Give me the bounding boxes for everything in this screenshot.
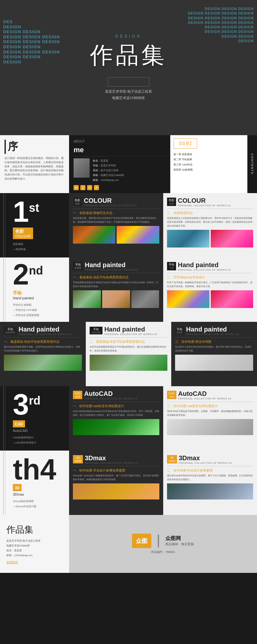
watermark-block: 众图 众图网 精品素材 · 每日更新: [132, 534, 194, 548]
s2r2-panel1: 手绘 景观效果图 Hand painted PERSONAL COLLECTIO…: [0, 322, 86, 386]
panel1-img1: [73, 226, 115, 244]
subtitle-line2: 电脑艺术设计8888班: [105, 95, 152, 101]
tag-en: 基础: [75, 202, 80, 205]
mulu-col: 【目录】 第一章 色彩基础 第二章 手绘效果 第三章 CAD作品 第四章 3D效…: [170, 135, 257, 193]
panel1-title: COLOUR: [84, 197, 137, 204]
mulu-label: 【目录】: [177, 141, 194, 146]
panel2-img2: [211, 230, 253, 247]
section2-label-en: Hand painted: [13, 296, 43, 300]
section4-label-en: 3Dmax: [13, 492, 56, 496]
s2r2p2-img: [90, 355, 168, 371]
section2-sub-items: 手绘作品 效果图 —手绘作品 POP海报 —手绘作品 景观效果图: [13, 303, 43, 318]
s2panel1-tag-row: 手绘 效果图 Hand painted PERSONAL COLLECTION …: [73, 261, 159, 271]
section2-label-cn: 手绘: [13, 290, 43, 296]
social-icon-1[interactable]: W: [74, 185, 79, 190]
footer-watermark-col: 众图 众图网 精品素材 · 每日更新 作品编号：786831: [69, 515, 257, 573]
section1-sub-items: 色彩基础 —色彩构成: [13, 242, 39, 252]
footer-col1: 作品集 某某艺术学院·电子信息工程系 电脑艺术设计8888班 姓名：某某某 邮箱…: [0, 515, 69, 573]
section1-number: 1st 色彩 COLOUR 色彩基础 —色彩构成: [0, 193, 69, 257]
panel2-tag-row: 色彩 构成 COLOUR PERSONAL COLLECTION OF WORK…: [167, 197, 253, 207]
watermark-tagline: 精品素材 · 每日更新: [165, 542, 194, 546]
vert-line-4: [5, 257, 6, 322]
section3-panel2: CAD 作品 AutoCAD PERSONAL COLLECTION OF WO…: [163, 386, 257, 451]
contents-label: CONTENTS: [251, 154, 254, 175]
s2p2-img2: [211, 290, 253, 308]
about-me-col: ABOUT me 姓名：某某某 学校：某某艺术学院 系别：电子信息工程系 班级：…: [69, 135, 170, 193]
vert-line-3: [3, 257, 4, 322]
s2r2p3-img: [175, 355, 253, 371]
panel1-subtitle: PERSONAL COLLECTION OF WORKS 01: [84, 204, 137, 207]
tag-en: 构成: [169, 202, 174, 205]
s2r2-panel2: 手绘 景观效果图 Hand painted PERSONAL COLLECTIO…: [86, 322, 172, 386]
footer-title: 作品集: [6, 524, 63, 536]
panel2-subtitle: PERSONAL COLLECTION OF WORKS 01: [178, 204, 231, 207]
panel2-divider: [167, 209, 253, 209]
s3p1-img: [73, 419, 159, 435]
section4-row: th4 3D 3Dmax 3Dmax制作效果图 —3Dmax毕业设计图 3D 效…: [0, 451, 257, 515]
mulu-label-box: 【目录】: [173, 138, 197, 149]
section3-number: 3rd CAD AutoCAD CAD绘画布局设计 —CAD室外布局设计: [0, 386, 69, 451]
design-wordcloud-left: DESDESIGNDESIGN DESIGNDESIGN DESIGN DESI…: [3, 19, 61, 64]
panel1-divider: [73, 209, 159, 209]
panel2-images: [167, 230, 253, 247]
section1-big-number: 1st: [13, 199, 39, 225]
s2p1-img1: [73, 290, 101, 308]
section4-number: th4 3D 3Dmax 3Dmax制作效果图 —3Dmax毕业设计图: [0, 451, 69, 515]
watermark-text: 众图网 精品素材 · 每日更新: [165, 535, 194, 546]
section4-panel2: 3D 效果图 3Dmax PERSONAL COLLECTION OF WORK…: [163, 451, 257, 515]
vert-line-2: [5, 193, 6, 257]
section2-panel1: 手绘 效果图 Hand painted PERSONAL COLLECTION …: [69, 257, 163, 322]
cover-title-block: DESIGN 作品集: [90, 34, 167, 71]
cover-subtitle: 某某艺术学院·电子信息工程系 电脑艺术设计8888班: [105, 77, 152, 101]
panel2-section-num: 二、色彩构成作品: [167, 211, 253, 215]
watermark-divider: [158, 535, 159, 547]
about-label: ABOUT: [74, 140, 166, 143]
social-icon-3[interactable]: W: [87, 185, 92, 190]
intro-row: 序 设计是把一种设想通过合理的规划、周密的计划、通过各种感觉形式传达出来的过程。…: [0, 135, 257, 193]
s2p2-img1: [167, 290, 209, 308]
tag-cn: 色彩: [169, 198, 174, 202]
panel1-tag-row: 色彩 基础 COLOUR PERSONAL COLLECTION OF WORK…: [73, 197, 159, 207]
intro-xu-col: 序 设计是把一种设想通过合理的规划、周密的计划、通过各种感觉形式传达出来的过程。…: [0, 135, 69, 193]
s4p1-img: [73, 483, 159, 499]
tag-cn: 色彩: [75, 198, 80, 202]
panel2-title: COLOUR: [178, 197, 231, 204]
section4-label-cn: 3D: [15, 486, 20, 490]
section3-big-number: 3rd: [13, 392, 40, 418]
profile-avatar: [74, 158, 90, 178]
panel1-images: [73, 226, 159, 244]
s2panel1-tag: 手绘 效果图: [73, 262, 83, 270]
mulu-items: 第一章 色彩基础 第二章 手绘效果 第三章 CAD作品 第四章 3D效果图: [173, 152, 239, 173]
subtitle-line1: 某某艺术学院·电子信息工程系: [105, 89, 152, 95]
profile-info: 姓名：某某某 学校：某某艺术学院 系别：电子信息工程系 班级：电脑艺术设计888…: [93, 158, 124, 182]
section3-panel1: CAD 作品 AutoCAD PERSONAL COLLECTION OF WO…: [69, 386, 163, 451]
section3-label-cn: CAD: [15, 422, 23, 426]
watermark-logo-text: 众图: [136, 537, 147, 545]
section2-big-number: 2nd: [13, 262, 43, 288]
social-icon-4[interactable]: B: [94, 185, 99, 190]
cover-section: DESDESIGNDESIGN DESIGNDESIGN DESIGN DESI…: [0, 0, 257, 135]
section2-panel2: 手绘 字体 Hand painted PERSONAL COLLECTION O…: [163, 257, 257, 322]
watermark-main: 众图网: [165, 535, 194, 542]
panel1-body: 色彩是通过眼、脑和我们的生活经验所产生的对光的视觉感受，我们肉眼所见到的光线，是…: [73, 216, 159, 224]
section4-big-number: th4: [13, 457, 56, 483]
social-icon-2[interactable]: Q: [80, 185, 85, 190]
footer-info: 某某艺术学院·电子信息工程系 电脑艺术设计8888班 姓名：某某某 邮箱：123…: [6, 538, 63, 558]
panel1-tag: 色彩 基础: [73, 198, 82, 206]
section1-label-cn: 色彩: [15, 229, 31, 234]
section4-panel1: 3D 效果图 3Dmax PERSONAL COLLECTION OF WORK…: [69, 451, 163, 515]
section2-row2: 手绘 景观效果图 Hand painted PERSONAL COLLECTIO…: [0, 322, 257, 386]
mulu-contents-tag: CONTENTS: [247, 135, 257, 193]
footer-link[interactable]: 谢谢观赏: [6, 560, 63, 565]
xu-character: 序: [4, 140, 18, 154]
vertical-lines-2: [3, 257, 5, 322]
intro-text: 设计是把一种设想通过合理的规划、周密的计划、通过各种感觉形式传达出来的过程。人类…: [4, 156, 65, 181]
panel2-body: 色彩构成是从人对色彩的知觉和心理效果出发，用科学分析的方法，把复杂的色彩现象还原…: [167, 216, 253, 228]
social-icons-row: W Q W B: [74, 185, 166, 190]
s2r2-panel3: 手绘 效果图 Hand painted PERSONAL COLLECTION …: [171, 322, 257, 386]
work-number: 作品编号：786831: [151, 550, 175, 554]
cover-bracket: [108, 77, 150, 87]
panel1-img2: [117, 226, 159, 244]
me-label: me: [74, 146, 166, 154]
vert-line-1: [3, 193, 4, 257]
